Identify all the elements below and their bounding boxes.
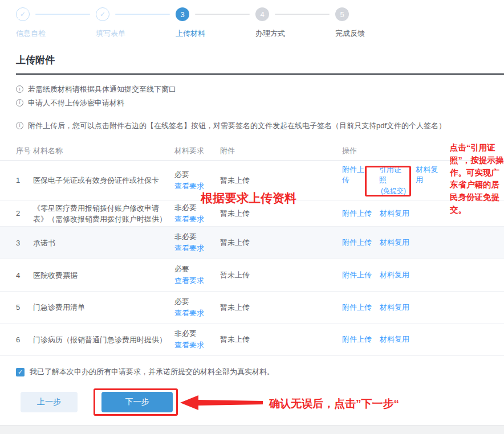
requirement-value: 非必要 bbox=[174, 231, 220, 243]
row-number: 6 bbox=[16, 335, 33, 344]
material-name: 承诺书 bbox=[33, 238, 174, 248]
info-icon: i bbox=[16, 85, 23, 93]
row-actions: 附件上传材料复用 bbox=[342, 334, 445, 345]
view-requirement-link[interactable]: 查看要求 bbox=[174, 341, 204, 349]
prev-step-button[interactable]: 上一步 bbox=[21, 392, 78, 412]
materials-table: 序号材料名称材料要求附件操作 1医保电子凭证或有效身份证件或社保卡必要查看要求暂… bbox=[0, 141, 504, 356]
column-header-附件: 附件 bbox=[220, 146, 342, 156]
step-label: 完成反馈 bbox=[335, 28, 365, 39]
step-check-icon: ✓ bbox=[96, 7, 109, 21]
note-item: i若需纸质材料请根据具体通知提交至线下窗口 bbox=[16, 83, 493, 95]
step-connector bbox=[35, 14, 90, 15]
step-上传材料: 3上传材料 bbox=[176, 7, 255, 39]
material-name: 门诊病历（报销普通门急诊费用时提供） bbox=[33, 334, 174, 345]
info-icon: i bbox=[16, 122, 23, 129]
action-link[interactable]: 材料复用 bbox=[380, 334, 409, 345]
step-完成反馈: 5完成反馈 bbox=[335, 7, 365, 39]
step-label: 办理方式 bbox=[255, 28, 335, 39]
row-number: 1 bbox=[16, 176, 33, 185]
note-item: i附件上传后，您可以点击附件右边的【在线签名】按钮，对需要签名的文件发起在线电子… bbox=[16, 120, 493, 132]
row-number: 4 bbox=[16, 271, 33, 280]
annotation-arrow-icon bbox=[180, 394, 263, 411]
page-bottom-strip bbox=[0, 425, 504, 434]
view-requirement-link[interactable]: 查看要求 bbox=[174, 244, 204, 252]
step-row: 4 bbox=[255, 7, 335, 22]
next-step-button[interactable]: 下一步 bbox=[101, 392, 173, 412]
step-label: 上传材料 bbox=[176, 28, 255, 39]
action-link[interactable]: 附件上传 bbox=[342, 334, 372, 345]
row-number: 5 bbox=[16, 303, 33, 312]
attachment-status: 暂未上传 bbox=[220, 208, 342, 219]
table-row: 3承诺书非必要查看要求暂未上传附件上传材料复用 bbox=[0, 227, 504, 259]
row-number: 3 bbox=[16, 239, 33, 247]
step-connector bbox=[195, 14, 250, 15]
note-item: i申请人不得上传涉密申请材料 bbox=[16, 97, 493, 109]
table-row: 2《零星医疗费用报销拨付账户修改申请表》（需修改报销费用拨付账户时提供）非必要查… bbox=[0, 200, 504, 227]
requirement-value: 必要 bbox=[174, 296, 220, 308]
column-header-操作: 操作 bbox=[342, 146, 445, 156]
table-header-row: 序号材料名称材料要求附件操作 bbox=[0, 141, 504, 161]
step-number: 3 bbox=[176, 7, 189, 21]
step-row: 5 bbox=[335, 7, 365, 22]
cite-certificate-action: 引用证照(免提交) bbox=[379, 165, 408, 196]
step-number: 4 bbox=[255, 7, 269, 21]
step-indicator: ✓信息自检✓填写表单3上传材料4办理方式5完成反馈 bbox=[16, 7, 493, 39]
table-row: 1医保电子凭证或有效身份证件或社保卡必要查看要求暂未上传附件上传引用证照(免提交… bbox=[0, 161, 504, 200]
attachment-status: 暂未上传 bbox=[220, 270, 342, 280]
view-requirement-link[interactable]: 查看要求 bbox=[174, 215, 204, 223]
agreement-checkbox[interactable]: ✓ bbox=[16, 368, 25, 376]
material-requirement: 非必要查看要求 bbox=[174, 328, 220, 351]
attachment-status: 暂未上传 bbox=[220, 175, 342, 186]
step-填写表单: ✓填写表单 bbox=[96, 7, 176, 39]
material-name: 医保电子凭证或有效身份证件或社保卡 bbox=[33, 175, 174, 186]
note-text: 附件上传后，您可以点击附件右边的【在线签名】按钮，对需要签名的文件发起在线电子签… bbox=[28, 120, 446, 132]
action-link[interactable]: 材料复用 bbox=[380, 238, 409, 248]
table-row: 5门急诊费用清单必要查看要求暂未上传附件上传材料复用 bbox=[0, 292, 504, 324]
attachment-status: 暂未上传 bbox=[220, 334, 342, 345]
action-link[interactable]: 材料复用 bbox=[380, 208, 409, 219]
view-requirement-link[interactable]: 查看要求 bbox=[174, 182, 204, 190]
action-link[interactable]: 附件上传 bbox=[342, 208, 372, 219]
table-body: 1医保电子凭证或有效身份证件或社保卡必要查看要求暂未上传附件上传引用证照(免提交… bbox=[0, 161, 504, 356]
cite-certificate-sublabel: (免提交) bbox=[381, 186, 406, 196]
action-link[interactable]: 附件上传 bbox=[342, 302, 372, 313]
view-requirement-link[interactable]: 查看要求 bbox=[174, 309, 204, 317]
material-name: 医院收费票据 bbox=[33, 270, 174, 281]
action-link[interactable]: 附件上传 bbox=[342, 238, 372, 248]
info-icon: i bbox=[16, 99, 23, 107]
column-header-材料名称: 材料名称 bbox=[33, 146, 174, 156]
action-link[interactable]: 材料复用 bbox=[380, 270, 409, 280]
row-actions: 附件上传材料复用 bbox=[342, 238, 445, 248]
material-name: 门急诊费用清单 bbox=[33, 302, 174, 313]
table-row: 4医院收费票据必要查看要求暂未上传附件上传材料复用 bbox=[0, 259, 504, 292]
notes-group-b: i附件上传后，您可以点击附件右边的【在线签名】按钮，对需要签名的文件发起在线电子… bbox=[16, 120, 493, 132]
page-title: 上传附件 bbox=[16, 54, 55, 67]
action-link[interactable]: 附件上传 bbox=[342, 270, 372, 280]
action-link[interactable]: 材料复用 bbox=[380, 302, 409, 313]
step-check-icon: ✓ bbox=[16, 7, 30, 21]
step-row: 3 bbox=[176, 7, 255, 22]
material-requirement: 必要查看要求 bbox=[174, 264, 220, 286]
requirement-value: 必要 bbox=[174, 264, 220, 275]
notes-group-a: i若需纸质材料请根据具体通知提交至线下窗口i申请人不得上传涉密申请材料 bbox=[16, 83, 493, 109]
material-requirement: 非必要查看要求 bbox=[174, 202, 220, 225]
action-link[interactable]: 材料复用 bbox=[416, 165, 445, 185]
cite-certificate-link[interactable]: 引用证照 bbox=[379, 165, 408, 185]
attachment-status: 暂未上传 bbox=[220, 238, 342, 248]
title-divider bbox=[16, 73, 504, 75]
row-number: 2 bbox=[16, 209, 33, 218]
view-requirement-link[interactable]: 查看要求 bbox=[174, 276, 204, 285]
agreement-text: 我已了解本次申办的所有申请要求，并承诺所提交的材料全部为真实材料。 bbox=[30, 367, 274, 377]
requirement-value: 非必要 bbox=[174, 202, 220, 214]
wizard-buttons: 上一步 下一步 bbox=[21, 392, 173, 412]
step-信息自检: ✓信息自检 bbox=[16, 7, 96, 39]
step-label: 填写表单 bbox=[96, 28, 176, 39]
annotation-next-step-tip: 确认无误后，点击”下一步“ bbox=[269, 396, 399, 411]
row-actions: 附件上传引用证照(免提交)材料复用 bbox=[342, 165, 445, 196]
row-actions: 附件上传材料复用 bbox=[342, 208, 445, 219]
requirement-value: 非必要 bbox=[174, 328, 220, 339]
material-requirement: 必要查看要求 bbox=[174, 169, 220, 192]
step-办理方式: 4办理方式 bbox=[255, 7, 335, 39]
action-link[interactable]: 附件上传 bbox=[342, 165, 371, 185]
attachment-status: 暂未上传 bbox=[220, 302, 342, 313]
